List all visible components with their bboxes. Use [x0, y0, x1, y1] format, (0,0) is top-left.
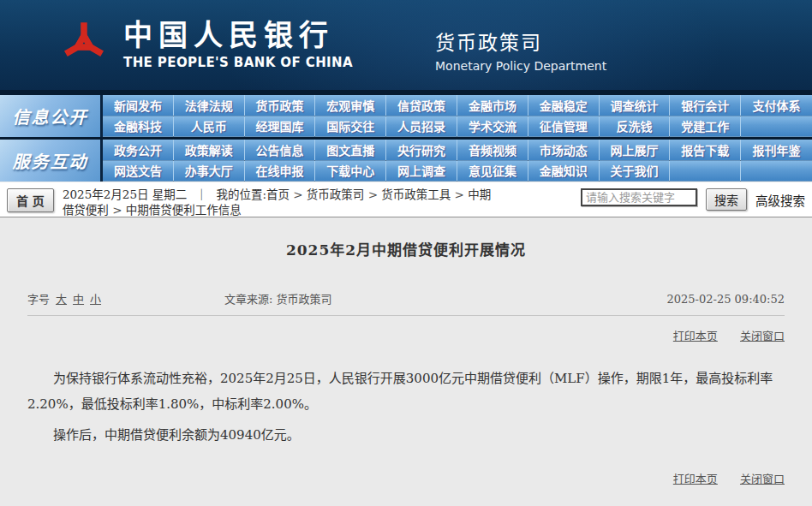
- nav-item[interactable]: 图文直播: [315, 140, 386, 161]
- article-body: 为保持银行体系流动性充裕，2025年2月25日，人民银行开展3000亿元中期借贷…: [27, 366, 785, 448]
- publish-datetime: 2025-02-25 09:40:52: [667, 293, 785, 306]
- nav-item[interactable]: 宏观审慎: [315, 95, 386, 116]
- nav-item[interactable]: 网上展厅: [600, 140, 671, 161]
- close-window-link[interactable]: 关闭窗口: [740, 473, 785, 485]
- nav-item[interactable]: 调查统计: [600, 95, 671, 116]
- breadcrumb-separator: >: [364, 188, 381, 201]
- nav-item[interactable]: 征信管理: [528, 116, 600, 138]
- nav-grid: 政务公开政策解读公告信息图文直播央行研究音频视频市场动态网上展厅报告下载报刊年鉴…: [103, 140, 812, 182]
- font-size-option[interactable]: 小: [90, 293, 101, 306]
- font-size-option[interactable]: 中: [73, 293, 84, 306]
- main-nav: 信息公开新闻发布法律法规货币政策宏观审慎信贷政策金融市场金融稳定调查统计银行会计…: [0, 90, 812, 182]
- nav-item[interactable]: 信贷政策: [386, 95, 457, 116]
- nav-item[interactable]: 货币政策: [245, 95, 316, 116]
- article-actions-top: 打印本页 关闭窗口: [27, 327, 785, 343]
- breadcrumb-bar: 首 页 2025年2月25日 星期二 ｜ 我的位置:首页 > 货币政策司 > 货…: [0, 182, 812, 217]
- nav-item[interactable]: 网上调查: [386, 161, 457, 182]
- nav-item[interactable]: 新闻发布: [103, 95, 174, 116]
- nav-item[interactable]: 国际交往: [315, 116, 386, 138]
- department-name-en: Monetary Policy Department: [435, 59, 606, 73]
- source-value: 货币政策司: [277, 293, 332, 306]
- nav-item[interactable]: 意见征集: [457, 161, 528, 182]
- article-actions-bottom: 打印本页 关闭窗口: [27, 470, 785, 486]
- nav-grid: 新闻发布法律法规货币政策宏观审慎信贷政策金融市场金融稳定调查统计银行会计支付体系…: [103, 95, 812, 137]
- breadcrumb-item[interactable]: 货币政策工具: [381, 188, 451, 201]
- nav-item[interactable]: 音频视频: [457, 140, 528, 161]
- nav-item[interactable]: 报刊年鉴: [741, 140, 812, 161]
- breadcrumb-separator: >: [109, 203, 126, 217]
- pboc-logo-icon: [58, 11, 110, 79]
- nav-item[interactable]: 法律法规: [174, 95, 245, 116]
- font-size-control: 字号大中小: [27, 290, 224, 307]
- breadcrumb-divider: ｜: [196, 188, 208, 201]
- article-meta-row: 字号大中小 文章来源: 货币政策司 2025-02-25 09:40:52: [27, 290, 785, 316]
- nav-item[interactable]: 市场动态: [528, 140, 600, 161]
- nav-item[interactable]: 网送文告: [103, 161, 174, 182]
- breadcrumb-item[interactable]: 中期借贷便利工作信息: [126, 203, 242, 217]
- nav-section-label[interactable]: 信息公开: [0, 95, 103, 137]
- nav-item[interactable]: 办事大厅: [174, 161, 245, 182]
- font-size-label: 字号: [27, 293, 50, 306]
- nav-item[interactable]: 金融稳定: [528, 95, 600, 116]
- nav-item[interactable]: 人员招录: [386, 116, 457, 138]
- site-header: 中国人民银行 THE PEOPLE'S BANK OF CHINA 货币政策司 …: [0, 0, 812, 90]
- current-date: 2025年2月25日 星期二: [63, 188, 187, 201]
- nav-item[interactable]: 银行会计: [670, 95, 741, 116]
- nav-item[interactable]: 公告信息: [245, 140, 316, 161]
- breadcrumb-location-home[interactable]: 我的位置:首页: [216, 188, 290, 201]
- article-source: 文章来源: 货币政策司: [224, 290, 332, 307]
- nav-cell-empty: [741, 161, 812, 182]
- nav-item[interactable]: 党建工作: [670, 116, 741, 138]
- search-button[interactable]: 搜索: [706, 188, 747, 211]
- breadcrumb-separator: >: [451, 188, 468, 201]
- nav-cell-empty: [741, 116, 812, 138]
- nav-item[interactable]: 学术交流: [457, 116, 528, 138]
- nav-item[interactable]: 在线申报: [245, 161, 316, 182]
- nav-section: 服务互动政务公开政策解读公告信息图文直播央行研究音频视频市场动态网上展厅报告下载…: [0, 140, 812, 182]
- print-page-link[interactable]: 打印本页: [673, 330, 718, 342]
- nav-item[interactable]: 金融知识: [528, 161, 600, 182]
- source-label: 文章来源:: [224, 293, 272, 306]
- department-name-cn: 货币政策司: [435, 27, 606, 56]
- search-input[interactable]: [581, 188, 697, 206]
- content-area: 2025年2月中期借贷便利开展情况 字号大中小 文章来源: 货币政策司 2025…: [0, 217, 812, 506]
- nav-item[interactable]: 关于我们: [600, 161, 671, 182]
- nav-item[interactable]: 央行研究: [386, 140, 457, 161]
- nav-item[interactable]: 反洗钱: [600, 116, 671, 138]
- breadcrumb-item[interactable]: 货币政策司: [307, 188, 365, 201]
- article-title: 2025年2月中期借贷便利开展情况: [0, 238, 812, 259]
- article-paragraph: 为保持银行体系流动性充裕，2025年2月25日，人民银行开展3000亿元中期借贷…: [27, 366, 785, 417]
- nav-item[interactable]: 人民币: [174, 116, 245, 138]
- nav-item[interactable]: 金融科技: [103, 116, 174, 138]
- search-group: 搜索 高级搜索: [581, 187, 805, 211]
- bank-title-block: 中国人民银行 THE PEOPLE'S BANK OF CHINA: [123, 20, 353, 69]
- bank-name-cn: 中国人民银行: [123, 20, 353, 51]
- nav-section: 信息公开新闻发布法律法规货币政策宏观审慎信贷政策金融市场金融稳定调查统计银行会计…: [0, 95, 812, 137]
- breadcrumb-separator: >: [290, 188, 307, 201]
- nav-section-label[interactable]: 服务互动: [0, 140, 103, 182]
- breadcrumb: 2025年2月25日 星期二 ｜ 我的位置:首页 > 货币政策司 > 货币政策工…: [63, 187, 498, 217]
- font-size-options: 大中小: [50, 293, 101, 306]
- department-title-block: 货币政策司 Monetary Policy Department: [435, 27, 606, 73]
- nav-cell-empty: [670, 161, 741, 182]
- nav-item[interactable]: 报告下载: [670, 140, 741, 161]
- print-page-link[interactable]: 打印本页: [673, 473, 718, 485]
- close-window-link[interactable]: 关闭窗口: [740, 330, 785, 342]
- bank-name-en: THE PEOPLE'S BANK OF CHINA: [123, 55, 353, 70]
- home-button[interactable]: 首 页: [7, 188, 54, 212]
- nav-item[interactable]: 支付体系: [741, 95, 812, 116]
- nav-item[interactable]: 下载中心: [315, 161, 386, 182]
- nav-item[interactable]: 政务公开: [103, 140, 174, 161]
- nav-item[interactable]: 政策解读: [174, 140, 245, 161]
- font-size-option[interactable]: 大: [56, 293, 67, 306]
- nav-item[interactable]: 经理国库: [245, 116, 316, 138]
- nav-item[interactable]: 金融市场: [457, 95, 528, 116]
- article-paragraph: 操作后，中期借贷便利余额为40940亿元。: [27, 422, 785, 448]
- advanced-search-link[interactable]: 高级搜索: [755, 188, 805, 209]
